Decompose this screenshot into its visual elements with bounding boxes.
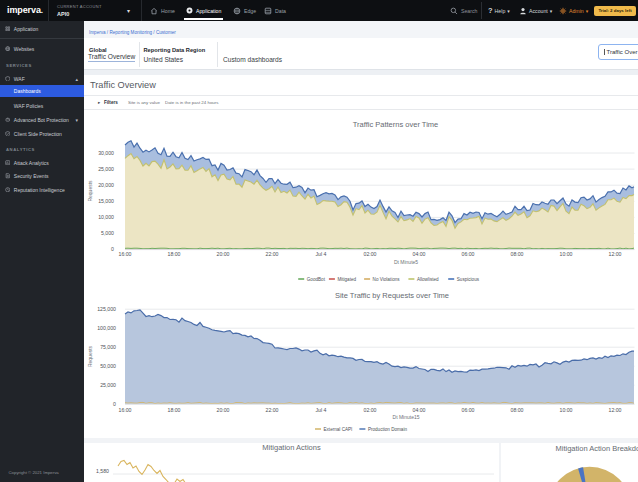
svg-text:Requests: Requests bbox=[87, 345, 93, 367]
svg-text:04:00: 04:00 bbox=[413, 407, 426, 413]
svg-text:0: 0 bbox=[113, 401, 116, 407]
svg-text:25,000: 25,000 bbox=[98, 166, 114, 172]
svg-text:Jul 4: Jul 4 bbox=[316, 251, 327, 257]
svg-text:1,580: 1,580 bbox=[96, 468, 109, 474]
svg-text:22:00: 22:00 bbox=[266, 407, 279, 413]
svg-text:Mitigation Actions: Mitigation Actions bbox=[262, 443, 321, 452]
svg-text:125,000: 125,000 bbox=[97, 306, 116, 312]
svg-text:0: 0 bbox=[111, 246, 114, 252]
svg-text:Jul 4: Jul 4 bbox=[316, 407, 327, 413]
svg-text:25,000: 25,000 bbox=[100, 382, 116, 388]
svg-text:15,000: 15,000 bbox=[98, 198, 114, 204]
svg-text:30,000: 30,000 bbox=[98, 150, 114, 156]
svg-text:16:00: 16:00 bbox=[119, 251, 132, 257]
svg-text:10:00: 10:00 bbox=[560, 407, 573, 413]
svg-text:Site Traffic by Requests over: Site Traffic by Requests over Time bbox=[335, 291, 449, 300]
svg-text:02:00: 02:00 bbox=[364, 251, 377, 257]
svg-text:08:00: 08:00 bbox=[511, 407, 524, 413]
svg-text:04:00: 04:00 bbox=[413, 251, 426, 257]
svg-text:08:00: 08:00 bbox=[511, 251, 524, 257]
svg-text:Dt Minute5: Dt Minute5 bbox=[394, 259, 418, 265]
svg-text:External CAPI: External CAPI bbox=[324, 427, 353, 432]
svg-text:20:00: 20:00 bbox=[217, 251, 230, 257]
svg-text:Mitigated: Mitigated bbox=[337, 277, 356, 282]
svg-text:10:00: 10:00 bbox=[560, 251, 573, 257]
svg-text:Mitigation Action Breakdown: Mitigation Action Breakdown bbox=[556, 444, 638, 453]
svg-text:Traffic Patterns over Time: Traffic Patterns over Time bbox=[353, 120, 438, 129]
svg-text:18:00: 18:00 bbox=[168, 251, 181, 257]
svg-text:20,000: 20,000 bbox=[98, 182, 114, 188]
svg-text:100,000: 100,000 bbox=[97, 325, 116, 331]
svg-text:06:00: 06:00 bbox=[462, 407, 475, 413]
svg-text:Suspicious: Suspicious bbox=[457, 277, 480, 282]
svg-text:12:00: 12:00 bbox=[609, 251, 622, 257]
svg-text:12:00: 12:00 bbox=[609, 407, 622, 413]
svg-text:18:00: 18:00 bbox=[168, 407, 181, 413]
svg-text:Dt Minute15: Dt Minute15 bbox=[393, 414, 420, 420]
svg-text:02:00: 02:00 bbox=[364, 407, 377, 413]
svg-text:75,000: 75,000 bbox=[100, 344, 116, 350]
svg-text:50,000: 50,000 bbox=[100, 363, 116, 369]
svg-text:10,000: 10,000 bbox=[98, 214, 114, 220]
svg-text:GoodBot: GoodBot bbox=[307, 277, 326, 282]
svg-text:06:00: 06:00 bbox=[462, 251, 475, 257]
svg-text:No Violations: No Violations bbox=[373, 277, 401, 282]
svg-text:16:00: 16:00 bbox=[119, 407, 132, 413]
svg-text:Requests: Requests bbox=[87, 180, 93, 202]
svg-text:Allowlisted: Allowlisted bbox=[417, 277, 439, 282]
svg-text:20:00: 20:00 bbox=[217, 407, 230, 413]
svg-text:Production Domain: Production Domain bbox=[368, 427, 408, 432]
svg-text:22:00: 22:00 bbox=[266, 251, 279, 257]
svg-text:5,000: 5,000 bbox=[101, 230, 114, 236]
